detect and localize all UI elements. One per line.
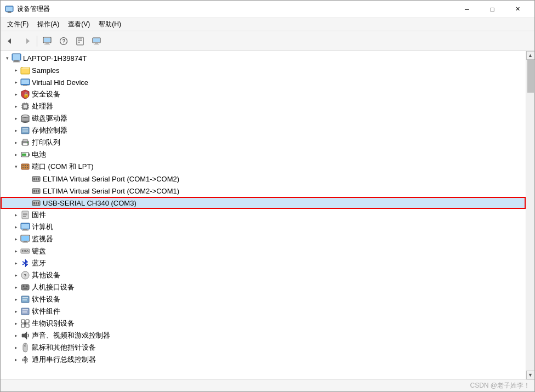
svg-rect-67 — [36, 190, 37, 192]
svg-point-48 — [27, 142, 28, 143]
menu-item-help[interactable]: 帮助(H) — [94, 19, 126, 30]
keyboard-expander[interactable]: ▸ — [12, 247, 20, 255]
firmware-icon — [20, 210, 30, 220]
computer2-expander[interactable]: ▸ — [12, 223, 20, 231]
bluetooth-expander[interactable]: ▸ — [12, 259, 20, 268]
biometric-row[interactable]: ▸ 生物识别设备 — [1, 317, 526, 329]
svg-rect-43 — [22, 128, 28, 129]
firmware-expander[interactable]: ▸ — [12, 211, 20, 219]
keyboard-row[interactable]: ▸ — [1, 245, 526, 257]
svg-rect-7 — [44, 38, 50, 42]
monitor-expander[interactable]: ▸ — [12, 235, 20, 243]
com-expander[interactable]: ▾ — [12, 162, 20, 171]
svg-rect-18 — [95, 43, 98, 44]
svg-rect-102 — [22, 297, 28, 298]
samples-row[interactable]: ▸ Samples — [1, 64, 526, 76]
samples-label: Samples — [32, 66, 60, 75]
hid-node: ▸ 人机接口设备 — [1, 281, 526, 293]
firmware-label: 固件 — [32, 210, 46, 220]
samples-icon — [20, 65, 30, 75]
samples-expander[interactable]: ▸ — [12, 66, 20, 75]
monitor-row[interactable]: ▸ 监视器 — [1, 233, 526, 245]
scroll-up-arrow[interactable]: ▲ — [526, 51, 535, 60]
usb-row[interactable]: ▸ 通用串行总线控制器 — [1, 354, 526, 366]
mouse-label: 鼠标和其他指针设备 — [32, 343, 96, 353]
computer-button[interactable] — [39, 33, 55, 49]
forward-button[interactable] — [19, 33, 35, 49]
svg-rect-118 — [26, 359, 27, 360]
svg-rect-80 — [23, 229, 27, 230]
disk-expander[interactable]: ▸ — [12, 114, 20, 123]
svg-rect-66 — [33, 190, 35, 192]
hid-row[interactable]: ▸ 人机接口设备 — [1, 281, 526, 293]
battery-row[interactable]: ▸ 电池 — [1, 149, 526, 161]
softcomp-expander[interactable]: ▸ — [12, 307, 20, 316]
com-row[interactable]: ▾ 端口 (COM 和 L — [1, 161, 526, 173]
firmware-row[interactable]: ▸ 固件 — [1, 209, 526, 221]
menu-item-view[interactable]: 查看(V) — [64, 19, 94, 30]
menu-item-action[interactable]: 操作(A) — [33, 19, 64, 30]
processor-node: ▸ — [1, 100, 526, 112]
other-label: 其他设备 — [32, 270, 60, 280]
storage-row[interactable]: ▸ 存储控制器 — [1, 124, 526, 137]
security-row[interactable]: ▸ 🔒 安全设备 — [1, 88, 526, 100]
battery-expander[interactable]: ▸ — [12, 150, 20, 159]
svg-point-111 — [24, 322, 26, 325]
processor-expander[interactable]: ▸ — [12, 102, 20, 111]
audio-expander[interactable]: ▸ — [12, 331, 20, 340]
minimize-button[interactable]: ─ — [454, 1, 480, 18]
bluetooth-row[interactable]: ▸ 蓝牙 — [1, 257, 526, 269]
print-row[interactable]: ▸ 打印队列 — [1, 137, 526, 149]
svg-rect-77 — [23, 216, 26, 217]
svg-point-98 — [23, 286, 25, 287]
eltima1-row[interactable]: ▸ ELTIMA Virtual Serial Por — [1, 173, 526, 185]
svg-rect-88 — [24, 250, 25, 251]
help-button[interactable]: ? — [56, 33, 71, 49]
scroll-thumb[interactable] — [527, 60, 534, 93]
virtual-hid-expander[interactable]: ▸ — [12, 78, 20, 87]
svg-rect-73 — [38, 202, 39, 204]
monitor-icon — [20, 234, 30, 244]
other-row[interactable]: ▸ ? 其他设备 — [1, 269, 526, 281]
storage-expander[interactable]: ▸ — [12, 126, 20, 135]
softdev-expander[interactable]: ▸ — [12, 295, 20, 304]
svg-marker-4 — [8, 38, 11, 44]
disk-row[interactable]: ▸ 磁盘驱动器 — [1, 112, 526, 124]
scroll-track[interactable] — [527, 60, 534, 371]
root-row[interactable]: ▾ LAPTOP-1H39874T — [1, 52, 526, 64]
svg-rect-8 — [45, 43, 49, 44]
root-expander[interactable]: ▾ — [3, 54, 12, 63]
softdev-row[interactable]: ▸ 软件设备 — [1, 293, 526, 305]
print-expander[interactable]: ▸ — [12, 138, 20, 147]
menu-item-file[interactable]: 文件(F) — [3, 19, 33, 30]
usb-expander[interactable]: ▸ — [12, 355, 20, 364]
svg-rect-75 — [23, 213, 27, 214]
scroll-down-arrow[interactable]: ▼ — [526, 371, 535, 379]
device-tree[interactable]: ▾ LAPTOP-1H39874T — [1, 51, 526, 379]
virtual-hid-row[interactable]: ▸ Virtual Hid Device — [1, 76, 526, 88]
svg-marker-116 — [24, 356, 27, 358]
close-button[interactable]: ✕ — [505, 1, 530, 18]
svg-rect-51 — [29, 154, 30, 156]
properties-button[interactable] — [72, 33, 88, 49]
security-expander[interactable]: ▸ — [12, 90, 20, 99]
mouse-row[interactable]: ▸ 鼠标和其他指针设备 — [1, 342, 526, 354]
eltima2-row[interactable]: ▸ ELTIMA Virtual Serial Por — [1, 185, 526, 197]
svg-point-54 — [25, 165, 26, 166]
svg-rect-50 — [22, 154, 26, 156]
storage-icon — [20, 126, 30, 135]
mouse-expander[interactable]: ▸ — [12, 343, 20, 352]
vertical-scrollbar[interactable]: ▲ ▼ — [526, 51, 534, 379]
processor-row[interactable]: ▸ — [1, 100, 526, 112]
hid-expander[interactable]: ▸ — [12, 283, 20, 292]
ch340-row[interactable]: ▸ USB-SERIAL CH340 (COM3) — [1, 197, 526, 209]
back-button[interactable] — [3, 33, 18, 49]
eltima2-icon — [31, 186, 41, 196]
monitor-button[interactable] — [89, 33, 104, 49]
other-expander[interactable]: ▸ — [12, 271, 20, 280]
softcomp-row[interactable]: ▸ 软件组件 — [1, 305, 526, 317]
biometric-expander[interactable]: ▸ — [12, 319, 20, 328]
computer2-row[interactable]: ▸ 计算机 — [1, 221, 526, 233]
maximize-button[interactable]: □ — [480, 1, 505, 18]
audio-row[interactable]: ▸ 声音、视频和游戏控制器 — [1, 329, 526, 342]
